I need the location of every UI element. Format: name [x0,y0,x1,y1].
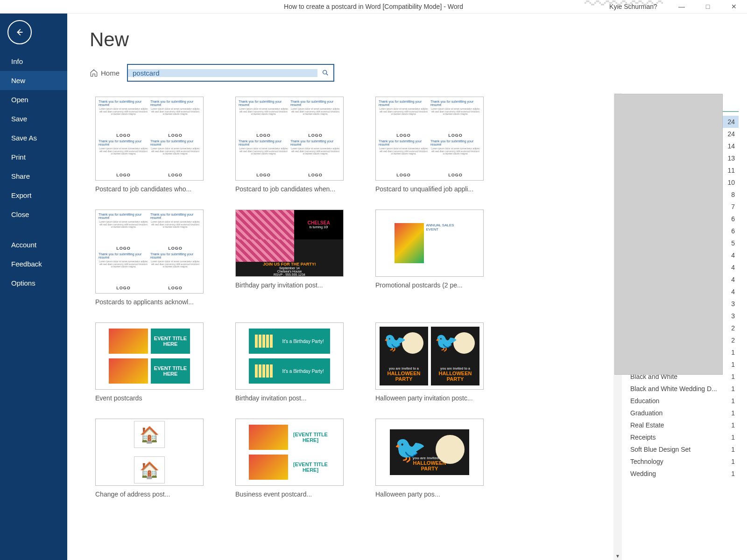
minimize-button[interactable]: — [669,0,695,13]
category-count: 6 [731,215,735,223]
category-name: Black and White Wedding D... [630,385,717,392]
category-count: 24 [727,130,735,138]
template-label: Postcard to job candidates when... [235,185,343,193]
category-count: 2 [731,324,735,332]
template-item[interactable]: ANNUAL SALES EVENTPromotional postcards … [375,210,483,306]
template-item[interactable]: Thank you for submitting your resumeLore… [235,97,343,193]
category-item[interactable]: Education1 [627,395,739,407]
category-item[interactable]: Receipts1 [627,431,739,443]
sidebar-item-info[interactable]: Info [0,52,67,71]
template-item[interactable]: EVENT TITLE HEREEVENT TITLE HEREEvent po… [95,322,203,402]
template-thumbnail: Thank you for submitting your resumeLore… [375,97,484,181]
category-item[interactable]: Technology1 [627,455,739,468]
category-count: 24 [727,118,735,126]
template-label: Halloween party invitation postc... [375,394,483,402]
category-count: 3 [731,312,735,320]
category-count: 2 [731,336,735,344]
category-count: 1 [731,470,735,477]
sidebar-item-export[interactable]: Export [0,186,67,205]
template-item[interactable]: It's a Birthday Party!It's a Birthday Pa… [235,322,343,402]
search-row: Home [90,64,747,82]
category-name: Technology [630,458,663,465]
template-item[interactable]: 🐦you are invited to aHALLOWEENPARTYHallo… [375,419,483,498]
sidebar-item-options[interactable]: Options [0,273,67,293]
category-count: 4 [731,276,735,283]
results-wrap: Thank you for submitting your resumeLore… [90,93,747,560]
backstage-sidebar: InfoNewOpenSaveSave AsPrintShareExportCl… [0,14,67,560]
sidebar-item-close[interactable]: Close [0,205,67,224]
category-count: 1 [731,349,735,356]
category-count: 1 [731,373,735,380]
sidebar-item-share[interactable]: Share [0,167,67,186]
template-label: Change of address post... [95,490,203,498]
template-thumbnail: 🐦you are invited to aHALLOWEENPARTY🐦you … [375,322,484,390]
sidebar-item-print[interactable]: Print [0,147,67,167]
sidebar-item-account[interactable]: Account [0,235,67,254]
category-name: Education [630,397,659,405]
template-thumbnail: CHELSEAis turning 10!JOIN US FOR THE PAR… [235,210,344,277]
template-thumbnail: Thank you for submitting your resumeLore… [235,97,344,181]
back-button[interactable] [7,20,32,44]
template-item[interactable]: CHELSEAis turning 10!JOIN US FOR THE PAR… [235,210,343,306]
category-count: 1 [731,421,735,429]
sidebar-item-save[interactable]: Save [0,109,67,128]
category-item[interactable]: Real Estate1 [627,419,739,431]
template-thumbnail: [EVENT TITLE HERE][EVENT TITLE HERE] [235,419,344,486]
template-thumbnail: It's a Birthday Party!It's a Birthday Pa… [235,322,344,390]
template-thumbnail: ANNUAL SALES EVENT [375,210,484,277]
home-link[interactable]: Home [90,69,120,77]
template-thumbnail: 🏠🏠 [95,419,204,486]
scroll-down-arrow[interactable]: ▼ [613,552,622,560]
search-box[interactable] [127,64,334,82]
template-thumbnail: EVENT TITLE HEREEVENT TITLE HERE [95,322,204,390]
template-label: Postcards to applicants acknowl... [95,298,203,306]
category-count: 1 [731,397,735,405]
category-count: 11 [727,167,735,174]
maximize-button[interactable]: □ [695,0,721,13]
back-arrow-icon [14,27,25,37]
category-item[interactable]: Soft Blue Design Set1 [627,443,739,455]
template-item[interactable]: Thank you for submitting your resumeLore… [95,97,203,193]
category-name: Graduation [630,409,662,417]
template-label: Business event postcard... [235,490,343,498]
search-button[interactable] [317,69,333,77]
app-root: 〰〰〰 How to create a postcard in Word [Co… [0,0,747,560]
scroll-thumb[interactable] [614,94,723,375]
category-name: Soft Blue Design Set [630,446,691,453]
titlebar: 〰〰〰 How to create a postcard in Word [Co… [0,0,747,14]
results-scrollbar[interactable]: ▲ ▼ [613,93,622,560]
template-item[interactable]: 🐦you are invited to aHALLOWEENPARTY🐦you … [375,322,483,402]
search-input[interactable] [128,69,317,77]
template-item[interactable]: 🏠🏠Change of address post... [95,419,203,498]
sidebar-item-new[interactable]: New [0,71,67,90]
window-title: How to create a postcard in Word [Compat… [284,3,463,10]
category-name: Receipts [630,434,655,441]
template-label: Postcard to job candidates who... [95,185,203,193]
template-item[interactable]: Thank you for submitting your resumeLore… [95,210,203,306]
category-count: 4 [731,252,735,259]
category-item[interactable]: Wedding1 [627,468,739,480]
home-icon [90,69,98,77]
results-panel: Thank you for submitting your resumeLore… [90,93,613,560]
sidebar-item-save-as[interactable]: Save As [0,128,67,147]
category-count: 14 [727,142,735,150]
category-count: 1 [731,409,735,417]
template-thumbnail: 🐦you are invited to aHALLOWEENPARTY [375,419,484,486]
template-thumbnail: Thank you for submitting your resumeLore… [95,97,204,181]
sidebar-item-feedback[interactable]: Feedback [0,254,67,273]
template-item[interactable]: [EVENT TITLE HERE][EVENT TITLE HERE]Busi… [235,419,343,498]
template-label: Event postcards [95,394,203,402]
help-button[interactable]: ? [642,0,669,13]
template-label: Halloween party pos... [375,490,483,498]
template-item[interactable]: Thank you for submitting your resumeLore… [375,97,483,193]
category-item[interactable]: Black and White Wedding D...1 [627,383,739,395]
close-button[interactable]: ✕ [721,0,747,13]
category-count: 6 [731,227,735,235]
template-label: Promotional postcards (2 pe... [375,281,483,289]
category-count: 1 [731,446,735,453]
category-item[interactable]: Graduation1 [627,407,739,419]
sidebar-item-open[interactable]: Open [0,90,67,109]
main-panel: New Home Thank you for submitting your r… [67,14,747,560]
template-thumbnail: Thank you for submitting your resumeLore… [95,210,204,294]
category-count: 5 [731,239,735,247]
